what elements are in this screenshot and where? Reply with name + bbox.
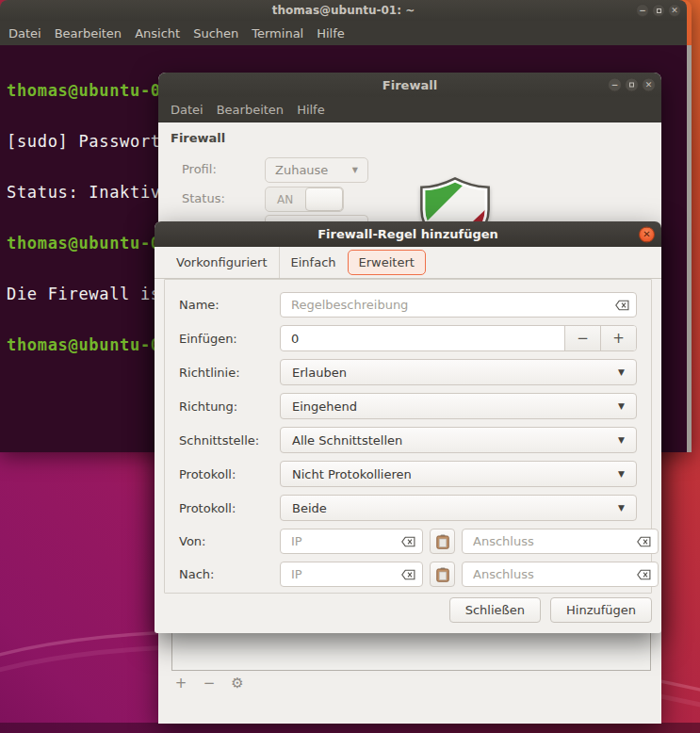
toggle-knob[interactable] — [305, 187, 343, 211]
gear-icon[interactable]: ⚙ — [230, 675, 245, 692]
minimize-icon[interactable]: − — [636, 4, 649, 17]
form-row-name: Name: — [179, 292, 637, 318]
menu-bearbeiten[interactable]: Bearbeiten — [210, 103, 290, 117]
menu-hilfe[interactable]: Hilfe — [290, 103, 332, 117]
add-rule-icon[interactable]: + — [173, 675, 188, 692]
menu-hilfe[interactable]: Hilfe — [310, 26, 351, 41]
chevron-down-icon: ▼ — [618, 401, 625, 411]
remove-rule-icon[interactable]: − — [202, 675, 217, 692]
form-row-to: Nach: — [179, 562, 637, 587]
direction-label: Richtung: — [179, 399, 280, 414]
maximize-icon[interactable] — [625, 78, 639, 92]
close-icon[interactable]: ✕ — [642, 78, 656, 92]
name-input[interactable] — [281, 293, 636, 317]
interface-combobox[interactable]: Alle Schnittstellen ▼ — [280, 427, 637, 453]
clear-icon[interactable] — [401, 569, 415, 579]
form-row-log: Protokoll: Nicht Protokollieren ▼ — [179, 461, 637, 487]
close-icon[interactable]: ✕ — [668, 4, 681, 17]
rules-toolbar: + − ⚙ — [173, 675, 245, 692]
chevron-down-icon: ▼ — [618, 503, 625, 513]
minimize-icon[interactable]: − — [608, 78, 622, 92]
from-ip-input[interactable] — [281, 529, 476, 553]
form-row-protocol: Protokoll: Beide ▼ — [179, 495, 637, 521]
tab-erweitert[interactable]: Erweitert — [348, 250, 426, 275]
form-row-policy: Richtlinie: Erlauben ▼ — [179, 359, 637, 385]
interface-label: Schnittstelle: — [179, 433, 280, 448]
close-button[interactable]: Schließen — [449, 597, 541, 623]
menu-ansicht[interactable]: Ansicht — [128, 26, 187, 41]
form-row-from: Von: — [179, 529, 637, 554]
desktop: thomas@ubuntu-01: ~ − ✕ Datei Bearbeiten… — [0, 0, 700, 733]
protocol-label: Protokoll: — [179, 501, 280, 515]
form-row-interface: Schnittstelle: Alle Schnittstellen ▼ — [179, 427, 637, 453]
dialog-titlebar[interactable]: Firewall-Regel hinzufügen ✕ — [155, 221, 661, 247]
log-label: Protokoll: — [179, 467, 280, 481]
spin-increment-icon[interactable]: + — [600, 326, 636, 350]
log-combobox[interactable]: Nicht Protokollieren ▼ — [280, 461, 637, 487]
name-label: Name: — [179, 298, 280, 312]
add-rule-dialog: Firewall-Regel hinzufügen ✕ Vorkonfiguri… — [155, 221, 661, 633]
terminal-menubar: Datei Bearbeiten Ansicht Suchen Terminal… — [0, 21, 687, 45]
menu-suchen[interactable]: Suchen — [187, 26, 245, 41]
rule-form: Name: Einfügen: − + Richtlinie: — [164, 279, 652, 594]
firewall-title: Firewall — [383, 78, 437, 92]
clear-icon[interactable] — [637, 536, 651, 546]
toggle-state-label: AN — [266, 193, 293, 206]
policy-label: Richtlinie: — [179, 366, 280, 380]
dialog-title: Firewall-Regel hinzufügen — [317, 227, 498, 241]
status-toggle[interactable]: AN — [265, 187, 344, 212]
spin-decrement-icon[interactable]: − — [564, 326, 600, 350]
to-port-input[interactable] — [463, 562, 658, 586]
policy-combobox[interactable]: Erlauben ▼ — [280, 359, 637, 385]
to-ip-input[interactable] — [281, 562, 476, 586]
chevron-down-icon: ▼ — [618, 367, 625, 377]
maximize-icon[interactable] — [652, 4, 665, 17]
dialog-tabs: Vorkonfiguriert Einfach Erweitert — [155, 247, 661, 279]
clear-icon[interactable] — [401, 536, 415, 546]
form-row-direction: Richtung: Eingehend ▼ — [179, 393, 637, 419]
menu-datei[interactable]: Datei — [164, 103, 210, 117]
menu-datei[interactable]: Datei — [2, 26, 48, 41]
insert-label: Einfügen: — [179, 332, 280, 346]
terminal-title: thomas@ubuntu-01: ~ — [272, 4, 415, 17]
menu-terminal[interactable]: Terminal — [245, 26, 310, 41]
direction-combobox[interactable]: Eingehend ▼ — [280, 393, 637, 419]
chevron-down-icon: ▼ — [352, 166, 358, 174]
protocol-combobox[interactable]: Beide ▼ — [280, 495, 637, 521]
from-label: Von: — [179, 534, 280, 548]
firewall-menubar: Datei Bearbeiten Hilfe — [158, 97, 661, 122]
tab-einfach[interactable]: Einfach — [279, 247, 348, 278]
profile-combobox[interactable]: Zuhause ▼ — [265, 157, 368, 183]
insert-number-input[interactable] — [281, 326, 564, 350]
close-icon[interactable]: ✕ — [639, 226, 655, 242]
add-button[interactable]: Hinzufügen — [550, 597, 652, 623]
from-port-input[interactable] — [463, 529, 658, 553]
form-row-insert: Einfügen: − + — [179, 325, 637, 351]
clear-icon[interactable] — [615, 300, 629, 310]
status-label: Status: — [182, 191, 225, 205]
terminal-titlebar[interactable]: thomas@ubuntu-01: ~ − ✕ — [0, 0, 687, 21]
dialog-actions: Schließen Hinzufügen — [449, 597, 652, 623]
wallpaper-bottom-band — [0, 723, 700, 733]
clear-icon[interactable] — [637, 569, 651, 579]
tab-vorkonfiguriert[interactable]: Vorkonfiguriert — [165, 247, 279, 278]
firewall-heading: Firewall — [171, 131, 225, 145]
chevron-down-icon: ▼ — [618, 469, 625, 479]
to-label: Nach: — [179, 567, 280, 581]
firewall-titlebar[interactable]: Firewall − ✕ — [158, 73, 661, 97]
chevron-down-icon: ▼ — [618, 435, 625, 445]
profile-label: Profil: — [182, 162, 217, 176]
menu-bearbeiten[interactable]: Bearbeiten — [48, 26, 128, 41]
